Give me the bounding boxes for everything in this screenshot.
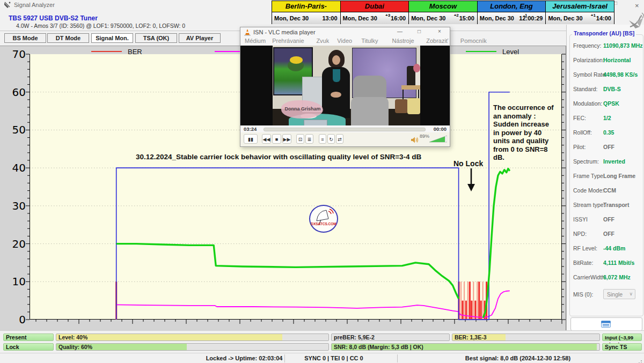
presenter-face <box>332 55 340 65</box>
watermark-text: DXSATCS.COM <box>310 222 338 226</box>
transponder-groupbox: Frequency:11090,873 MHzPolarization:Hori… <box>569 34 643 316</box>
fullscreen-button[interactable]: ⊡ <box>296 134 304 144</box>
clock-date: Mon, Dec 30 <box>274 15 309 21</box>
vlc-menu-item-prehr-vanie[interactable]: Prehrávanie <box>272 38 304 44</box>
statusbar-best-signal: Best signal: 8,0 dB (2024-12-30 12:58) <box>465 355 570 361</box>
transponder-label: Stream type: <box>573 202 605 208</box>
extended-settings-button[interactable]: ≣ <box>305 134 313 144</box>
transponder-value: 4,111 Mbit/s <box>603 260 634 266</box>
signal-analyzer-window: Signal Analyzer □ × Berlin-Paris-Lučenec… <box>0 0 644 363</box>
transponder-row-npd: NPD:OFF <box>570 231 643 238</box>
vlc-menu-item-n-stroje[interactable]: Nástroje <box>392 38 414 44</box>
clock-berlin-paris-lu-enec: Berlin-Paris-LučenecMon, Dec 3013:00 <box>272 1 341 24</box>
no-lock-arrow-icon <box>465 168 478 194</box>
vlc-time-total: 00:00 <box>434 126 447 132</box>
vlc-menu-item-video[interactable]: Video <box>337 38 352 44</box>
snr-bar: SNR: 8,0 dB (Margin: 5,3 dB | OK) <box>331 343 600 351</box>
tab-tsa-ok[interactable]: TSA (OK) <box>135 33 177 43</box>
clock-date: Mon, Dec 30 <box>343 15 377 21</box>
transponder-value: OFF <box>603 231 614 237</box>
status-zone: Present Lock Level: 40% Quality: 60% pre… <box>0 330 644 353</box>
transponder-row-rolloff: RollOff:0.35 <box>570 129 643 137</box>
pause-button[interactable]: ▮▮ <box>244 134 258 144</box>
clock-jerusalem-israel: Jerusalem-IsraelMon, Dec 30+114:00 <box>545 1 614 24</box>
vlc-seek-row: 03:24 00:00 <box>240 125 450 132</box>
transponder-value: CCM <box>603 187 616 194</box>
vlc-menu-item-zvuk[interactable]: Zvuk <box>316 38 329 44</box>
shuffle-button[interactable]: ⇄ <box>336 134 343 144</box>
tab-signal-mon[interactable]: Signal Mon. <box>91 33 133 43</box>
transponder-label: Modulation: <box>573 100 602 107</box>
transponder-label: ISSYI <box>573 216 588 223</box>
clock-time: 15:00 <box>459 15 474 21</box>
clock-moscow: MoscowMon, Dec 30+215:00 <box>408 1 478 24</box>
tab-av-player[interactable]: AV Player <box>179 33 221 43</box>
close-icon[interactable]: × <box>635 2 639 10</box>
statusbar-sync-counters: SYNC 0 | TEI 0 | CC 0 <box>304 355 363 361</box>
mis-dropdown[interactable]: Single∨ <box>603 289 635 299</box>
transponder-label: NPD: <box>573 231 587 237</box>
vlc-menu-item-zobrazi[interactable]: Zobraziť <box>426 38 448 44</box>
transponder-value: Horizontal <box>603 57 631 63</box>
console-table <box>401 85 420 90</box>
stop-button[interactable]: ■ <box>272 134 281 144</box>
vlc-menu-item-pomocn-k[interactable]: Pomocník <box>460 38 487 44</box>
tab-dt-mode[interactable]: DT Mode <box>47 33 89 43</box>
bar-fill-zone <box>56 334 282 340</box>
armchair-seat <box>351 97 389 125</box>
transponder-value: 0.35 <box>603 129 614 136</box>
transponder-label: CarrierWidth: <box>573 274 606 280</box>
status-lock-box: Lock <box>3 343 54 351</box>
transponder-row-symbol-rate: Symbol Rate:4498,98 KS/s <box>570 71 643 79</box>
transponder-row-pilot: Pilot:OFF <box>570 144 643 151</box>
vlc-titlebar[interactable]: ISN - VLC media player — □ × <box>240 27 450 37</box>
tv-studio-scene: Donna Grisham <box>273 46 420 125</box>
bar-label: SNR: 8,0 dB (Margin: 5,3 dB | OK) <box>334 344 423 351</box>
transponder-value: Transport <box>603 202 629 208</box>
transponder-label: Frequency: <box>573 42 602 49</box>
vlc-menu-item-titulky[interactable]: Titulky <box>361 38 378 44</box>
resize-grip[interactable] <box>637 357 642 362</box>
clock-date: Mon, Dec 30 <box>411 15 445 21</box>
transponder-header: Transponder (AU) [BS] <box>572 30 636 36</box>
y-axis-label: 50 <box>1 123 26 136</box>
speaker-icon[interactable] <box>411 136 418 145</box>
transponder-value: -44 dBm <box>603 245 625 251</box>
vlc-menu-item-m-dium[interactable]: Médium <box>245 38 266 44</box>
clock-body: Mon, Dec 3013:00 <box>272 12 340 24</box>
bar-label: Level: 40% <box>58 334 87 341</box>
vlc-seekbar[interactable] <box>264 128 426 131</box>
vlc-maximize-button[interactable]: □ <box>414 28 424 34</box>
clock-date: Mon, Dec 30 <box>480 15 514 21</box>
books-on-table <box>304 120 327 125</box>
basket <box>395 99 408 113</box>
loop-button[interactable]: ↻ <box>327 134 335 144</box>
transponder-label: Pilot: <box>573 144 586 150</box>
vlc-video-area[interactable]: Donna Grisham <box>240 46 450 125</box>
transponder-label: Frame Type: <box>573 173 605 179</box>
next-button[interactable]: ▶▶ <box>282 134 291 144</box>
vlc-controls: 89% ▮▮◀◀■▶▶⊡≣≡↻⇄ <box>240 132 450 146</box>
transponder-value: 4498,98 KS/s <box>603 71 638 78</box>
mis-value: Single <box>607 291 623 298</box>
clock-city: Berlin-Paris-Lučenec <box>272 1 340 12</box>
transponder-row-frequency: Frequency:11090,873 MHz <box>570 42 643 50</box>
transponder-value: Inverted <box>603 158 625 165</box>
bar-label: Quality: 60% <box>58 344 92 351</box>
vlc-close-button[interactable]: × <box>435 28 444 34</box>
previous-button[interactable]: ◀◀ <box>262 134 271 144</box>
clock-utc-offset: +2 <box>454 13 459 18</box>
playlist-button[interactable]: ≡ <box>319 134 326 144</box>
vlc-minimize-button[interactable]: — <box>395 28 405 34</box>
y-axis-label: 10 <box>1 275 26 288</box>
tab-bs-mode[interactable]: BS Mode <box>4 33 46 43</box>
sidebar-bottom-button[interactable] <box>570 317 642 331</box>
transponder-row-code-mode: Code Mode:CCM <box>570 187 643 195</box>
vlc-volume-slider[interactable] <box>429 135 447 145</box>
clock-city: Jerusalem-Israel <box>546 1 614 12</box>
statusbar-divider <box>284 354 285 362</box>
yellow-pillow <box>407 98 420 114</box>
transponder-row-spectrum: Spectrum:Inverted <box>570 158 643 166</box>
transponder-value: Long Frame <box>603 173 635 179</box>
statusbar-uptime: Locked -> Uptime: 02:03:04 <box>206 355 283 361</box>
